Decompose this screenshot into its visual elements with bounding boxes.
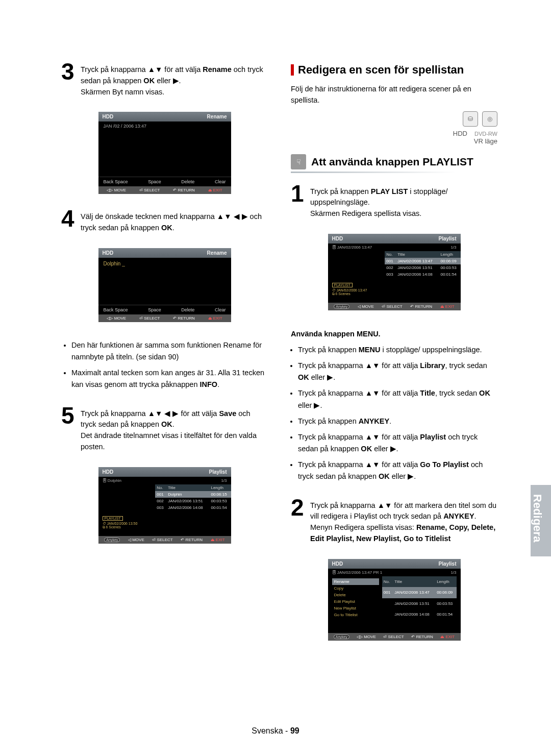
hand-icon: ☟ [291, 154, 306, 169]
step-4: 4 Välj de önskade tecknen med knapparna … [61, 208, 268, 234]
step-number: 2 [291, 497, 306, 518]
step-1: 1 Tryck på knappen PLAY LIST i stoppläge… [291, 183, 497, 220]
step-text: Tryck på knapparna ▲▼ för att markera de… [310, 497, 497, 545]
context-menu: Rename Copy Delete Edit Playlist New Pla… [332, 578, 379, 618]
red-bar-icon [291, 64, 294, 76]
step-number: 5 [61, 405, 77, 426]
menu-heading: Använda knappen MENU. [291, 330, 497, 338]
osd-rename-dolphin: HDDRename Dolphin _ Back SpaceSpaceDelet… [98, 248, 231, 322]
list-item: Tryck på knappen MENU i stoppläge/ uppsp… [298, 344, 497, 356]
list-item: Tryck på knappen ANYKEY. [298, 416, 497, 427]
list-item: Tryck på knapparna ▲▼ för att välja Play… [298, 431, 497, 455]
page-footer: Svenska - 99 [0, 726, 551, 736]
osd-playlist-initial: HDDPlaylist 🗄 JAN/02/2006 13:471/3 No.Ti… [328, 234, 461, 310]
intro-text: Följ de här instruktionerna för att redi… [291, 84, 497, 106]
list-item: Maximalt antal tecken som kan anges är 3… [71, 367, 268, 391]
hdd-icon: ⛁ [463, 111, 478, 127]
list-item: Tryck på knapparna ▲▼ för att välja Titl… [298, 387, 497, 411]
step-number: 1 [291, 183, 306, 204]
section-side-tab: Redigera [531, 485, 551, 556]
step-number: 4 [61, 208, 77, 229]
mode-labels: HDDDVD-RW VR läge [291, 130, 497, 145]
osd-playlist-result: HDDPlaylist 🗄 Dolphin1/3 No.TitleLength … [98, 467, 231, 544]
step-5: 5 Tryck på knapparna ▲▼ ◀ ▶ för att välj… [61, 405, 268, 453]
step-text: Tryck på knapparna ▲▼ ◀ ▶ för att välja … [81, 405, 268, 453]
mode-icons: ⛁ ◎ [291, 111, 497, 127]
step-text: Välj de önskade tecknen med knapparna ▲▼… [81, 208, 268, 234]
list-item: Den här funktionen är samma som funktion… [71, 339, 268, 363]
step-2: 2 Tryck på knapparna ▲▼ för att markera … [291, 497, 497, 545]
step-text: Tryck på knappen PLAY LIST i stoppläge/ … [310, 183, 497, 220]
osd-playlist-menu: HDDPlaylist 🗄 JAN/02/2006 13:47 PR 11/3 … [328, 559, 461, 641]
list-item: Tryck på knapparna ▲▼ för att välja Go T… [298, 459, 497, 482]
step-3: 3 Tryck på knapparna ▲▼ för att välja Re… [61, 61, 268, 97]
section-heading: Redigera en scen för spellistan [291, 63, 497, 77]
list-item: Tryck på knapparna ▲▼ för att välja Libr… [298, 360, 497, 383]
sub-heading: ☟ Att använda knappen PLAYLIST [291, 154, 497, 169]
osd-rename-empty: HDDRename JAN /02 / 2006 13:47 Back Spac… [98, 112, 231, 194]
menu-instruction-list: Tryck på knappen MENU i stoppläge/ uppsp… [298, 344, 497, 487]
right-column: Redigera en scen för spellistan Följ de … [291, 61, 497, 725]
step-number: 3 [61, 61, 77, 82]
left-column: 3 Tryck på knapparna ▲▼ för att välja Re… [61, 61, 268, 725]
notes-list: Den här funktionen är samma som funktion… [71, 339, 268, 395]
dvdrw-icon: ◎ [482, 111, 497, 127]
divider [291, 172, 497, 173]
step-text: Tryck på knapparna ▲▼ för att välja Rena… [81, 61, 268, 97]
